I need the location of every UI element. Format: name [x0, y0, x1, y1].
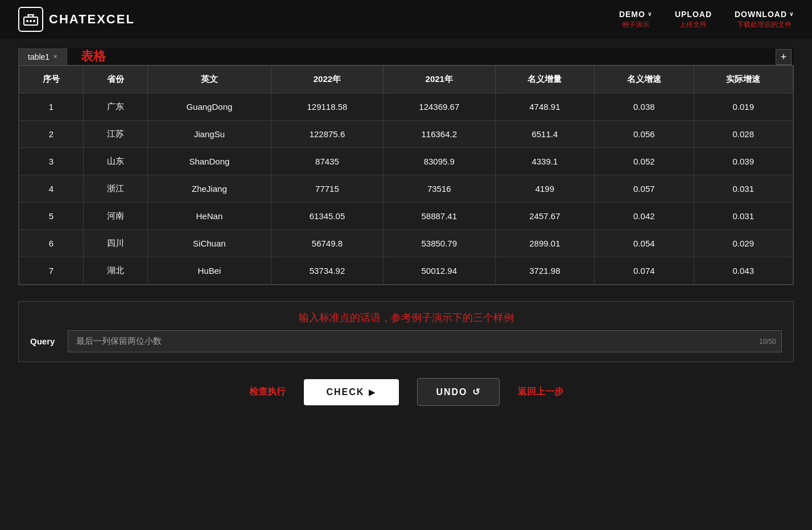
query-input-wrap: 10/50: [68, 330, 782, 352]
table-cell: 0.056: [595, 121, 694, 148]
table-cell: 53850.79: [383, 230, 495, 257]
table-cell: 2457.67: [495, 203, 594, 230]
table-cell: 0.042: [595, 203, 694, 230]
table-cell: 4339.1: [495, 148, 594, 175]
table-row: 1广东GuangDong129118.58124369.674748.910.0…: [19, 93, 793, 121]
nav-area: DEMO ∨ 例子演示 UPLOAD 上传文件 DOWNLOAD ∨ 下载处理后…: [619, 10, 794, 30]
table-cell: 0.052: [595, 148, 694, 175]
svg-point-3: [33, 20, 35, 22]
table-cell: HeNan: [147, 203, 271, 230]
col-header-province: 省份: [83, 66, 147, 93]
table-cell: 61345.05: [271, 203, 384, 230]
logo-icon: [18, 7, 43, 32]
table-cell: 四川: [83, 230, 147, 257]
table-cell: 广东: [83, 93, 147, 121]
table-cell: 4: [19, 175, 84, 203]
section-title: 表格: [67, 48, 106, 65]
table-cell: 3: [19, 148, 84, 175]
table-cell: 83095.9: [383, 148, 495, 175]
tab-table1[interactable]: table1 ✕: [18, 48, 67, 65]
data-table: 序号 省份 英文 2022年 2021年 名义增量 名义增速 实际增速 1广东G…: [19, 65, 793, 285]
table-cell: 53734.92: [271, 257, 384, 285]
table-cell: 58887.41: [383, 203, 495, 230]
nav-demo-sub: 例子演示: [622, 20, 649, 30]
nav-upload-label: UPLOAD: [675, 10, 712, 19]
col-header-english: 英文: [147, 66, 271, 93]
table-cell: 江苏: [83, 121, 147, 148]
table-cell: ZheJiang: [147, 175, 271, 203]
table-cell: 0.039: [694, 148, 793, 175]
table-cell: SiChuan: [147, 230, 271, 257]
table-cell: 0.031: [694, 203, 793, 230]
table-row: 7湖北HuBei53734.9250012.943721.980.0740.04…: [19, 257, 793, 285]
logo-area: ChatExcel: [18, 7, 135, 32]
table-row: 3山东ShanDong8743583095.94339.10.0520.039: [19, 148, 793, 175]
logo-text: ChatExcel: [49, 12, 135, 27]
header: ChatExcel DEMO ∨ 例子演示 UPLOAD 上传文件 DOWNLO…: [0, 0, 812, 39]
table-cell: 87435: [271, 148, 384, 175]
demo-chevron-icon: ∨: [648, 11, 652, 17]
table-cell: 0.028: [694, 121, 793, 148]
table-cell: 6: [19, 230, 84, 257]
tab-label: table1: [28, 52, 50, 61]
undo-button-label: UNDO: [436, 387, 467, 397]
table-cell: 116364.2: [383, 121, 495, 148]
table-cell: 0.074: [595, 257, 694, 285]
nav-demo[interactable]: DEMO ∨ 例子演示: [619, 10, 652, 30]
nav-upload[interactable]: UPLOAD 上传文件: [675, 10, 712, 30]
bottom-actions: 检查执行 CHECK ▶ UNDO ↺ 返回上一步: [18, 378, 794, 406]
table-cell: 122875.6: [271, 121, 384, 148]
table-cell: 3721.98: [495, 257, 594, 285]
col-header-real-rate: 实际增速: [694, 66, 793, 93]
table-cell: 0.019: [694, 93, 793, 121]
table-cell: 73516: [383, 175, 495, 203]
table-cell: GuangDong: [147, 93, 271, 121]
play-icon: ▶: [369, 388, 376, 397]
table-cell: 124369.67: [383, 93, 495, 121]
table-cell: 1: [19, 93, 84, 121]
table-cell: ShanDong: [147, 148, 271, 175]
table-cell: 2899.01: [495, 230, 594, 257]
tab-close-icon[interactable]: ✕: [53, 54, 57, 60]
table-cell: 0.054: [595, 230, 694, 257]
table-cell: 0.029: [694, 230, 793, 257]
col-header-index: 序号: [19, 66, 84, 93]
query-counter: 10/50: [759, 338, 776, 346]
query-section: 输入标准点的话语，参考例子演示下的三个样例 Query 10/50: [18, 301, 794, 362]
table-cell: 77715: [271, 175, 384, 203]
col-header-nominal-increase: 名义增量: [495, 66, 594, 93]
table-cell: 5: [19, 203, 84, 230]
svg-point-1: [26, 20, 28, 22]
undo-button[interactable]: UNDO ↺: [417, 378, 499, 406]
download-chevron-icon: ∨: [789, 11, 794, 17]
table-cell: 7: [19, 257, 84, 285]
svg-point-2: [30, 20, 32, 22]
table-cell: 湖北: [83, 257, 147, 285]
check-execute-label: 检查执行: [249, 386, 286, 398]
table-cell: 4748.91: [495, 93, 594, 121]
table-cell: 0.038: [595, 93, 694, 121]
table-row: 6四川SiChuan56749.853850.792899.010.0540.0…: [19, 230, 793, 257]
query-label: Query: [30, 336, 59, 346]
table-cell: 129118.58: [271, 93, 384, 121]
check-button[interactable]: CHECK ▶: [304, 379, 399, 405]
nav-download-label: DOWNLOAD ∨: [735, 10, 794, 19]
table-body: 1广东GuangDong129118.58124369.674748.910.0…: [19, 93, 793, 285]
main-content: table1 ✕ 表格 + 序号 省份 英文 2022年 2021年 名义增量 …: [0, 39, 812, 415]
nav-upload-sub: 上传文件: [679, 20, 707, 30]
query-hint: 输入标准点的话语，参考例子演示下的三个样例: [30, 311, 782, 324]
add-tab-button[interactable]: +: [776, 49, 792, 65]
col-header-2022: 2022年: [271, 66, 384, 93]
table-row: 4浙江ZheJiang777157351641990.0570.031: [19, 175, 793, 203]
col-header-nominal-rate: 名义增速: [595, 66, 694, 93]
table-cell: 浙江: [83, 175, 147, 203]
back-step-label: 返回上一步: [518, 386, 563, 398]
col-header-2021: 2021年: [383, 66, 495, 93]
nav-download-sub: 下载处理后的文件: [737, 20, 792, 30]
nav-download[interactable]: DOWNLOAD ∨ 下载处理后的文件: [735, 10, 794, 30]
query-input[interactable]: [68, 330, 782, 352]
table-cell: 河南: [83, 203, 147, 230]
table-row: 5河南HeNan61345.0558887.412457.670.0420.03…: [19, 203, 793, 230]
table-cell: 2: [19, 121, 84, 148]
table-header-row: 序号 省份 英文 2022年 2021年 名义增量 名义增速 实际增速: [19, 66, 793, 93]
